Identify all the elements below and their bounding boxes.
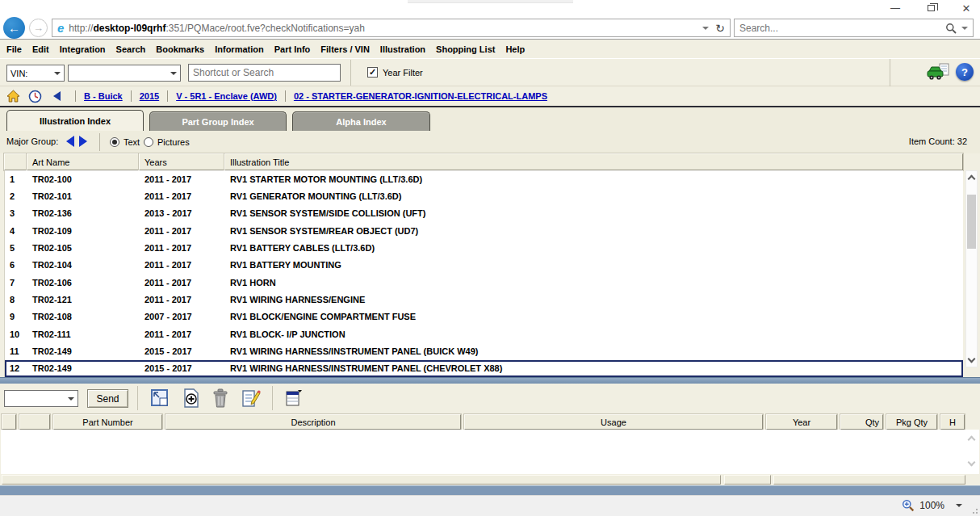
breadcrumb-link[interactable]: B - Buick xyxy=(84,91,123,101)
table-row[interactable]: 11 TR02-149 2015 - 2017 RV1 WIRING HARNE… xyxy=(5,342,963,359)
search-icon[interactable] xyxy=(945,23,957,34)
menu-item[interactable]: Filters / VIN xyxy=(320,44,370,54)
table-row[interactable]: 10 TR02-111 2011 - 2017 RV1 BLOCK- I/P J… xyxy=(5,325,963,342)
send-button[interactable]: Send xyxy=(87,389,128,408)
row-number: 9 xyxy=(5,312,27,321)
search-input[interactable] xyxy=(739,23,945,34)
major-group-previous-icon[interactable] xyxy=(66,136,74,147)
shortcut-search-input[interactable] xyxy=(188,64,341,82)
tab-illustration-index[interactable]: Illustration Index xyxy=(6,110,144,131)
history-clock-icon[interactable] xyxy=(28,90,42,103)
parts-column-header[interactable]: Pkg Qty xyxy=(886,414,937,430)
row-art-name: TR02-111 xyxy=(27,329,140,339)
autocomplete-dropdown-icon[interactable] xyxy=(702,27,709,30)
parts-column-header[interactable]: H xyxy=(940,414,965,430)
menu-item[interactable]: Help xyxy=(505,44,525,54)
index-tab-strip: Illustration Index Part Group Index Alph… xyxy=(0,107,980,131)
resize-grip[interactable] xyxy=(971,507,978,514)
help-icon[interactable]: ? xyxy=(956,63,974,81)
tab-alpha-index[interactable]: Alpha Index xyxy=(292,111,430,131)
panel-splitter[interactable] xyxy=(0,377,980,384)
scroll-down-icon[interactable] xyxy=(968,355,976,363)
parts-column-header[interactable]: Description xyxy=(165,414,461,430)
radio-text-label[interactable]: Text xyxy=(124,137,140,147)
zoom-control[interactable]: 100% xyxy=(902,499,962,512)
radio-text[interactable] xyxy=(110,137,119,147)
menu-item[interactable]: Shopping List xyxy=(436,44,495,54)
ie-logo-icon: e xyxy=(57,21,64,35)
forward-button[interactable]: → xyxy=(29,19,48,37)
row-title: RV1 SENSOR SYSTEM/SIDE COLLISION (UFT) xyxy=(225,208,963,218)
breadcrumb-link[interactable]: V - 5R1 - Enclave (AWD) xyxy=(176,91,277,101)
menu-item[interactable]: Edit xyxy=(32,44,49,54)
parts-column-header[interactable]: Qty xyxy=(840,414,883,430)
table-row[interactable]: 5 TR02-105 2011 - 2017 RV1 BATTERY CABLE… xyxy=(5,239,963,256)
breadcrumb-link[interactable]: 02 - STARTER-GENERATOR-IGNITION-ELECTRIC… xyxy=(294,91,547,101)
restore-button[interactable] xyxy=(923,2,938,14)
row-years: 2011 - 2017 xyxy=(140,226,225,236)
table-row[interactable]: 8 TR02-121 2011 - 2017 RV1 WIRING HARNES… xyxy=(5,291,963,308)
parts-column-header[interactable]: Part Number xyxy=(53,414,162,430)
column-header-illustration-title[interactable]: Illustration Title xyxy=(224,153,963,170)
table-row[interactable]: 3 TR02-136 2013 - 2017 RV1 SENSOR SYSTEM… xyxy=(5,205,963,222)
table-row[interactable]: 1 TR02-100 2011 - 2017 RV1 STARTER MOTOR… xyxy=(5,170,963,187)
search-provider-dropdown-icon[interactable] xyxy=(961,27,968,30)
row-years: 2011 - 2017 xyxy=(140,260,225,270)
column-header-art-name[interactable]: Art Name xyxy=(27,153,139,170)
tab-part-group-index[interactable]: Part Group Index xyxy=(149,111,287,131)
table-row[interactable]: 2 TR02-101 2011 - 2017 RV1 GENERATOR MOU… xyxy=(5,187,963,204)
pqmace-window: { "window": { "minimize_glyph": "—", "cl… xyxy=(0,0,980,516)
zoom-dropdown-icon[interactable] xyxy=(956,504,962,507)
table-row[interactable]: 4 TR02-109 2011 - 2017 RV1 SENSOR SYSTEM… xyxy=(5,222,963,239)
refresh-icon[interactable]: ↻ xyxy=(715,22,725,35)
vehicle-select[interactable] xyxy=(68,65,181,82)
parts-column-header[interactable] xyxy=(19,414,50,430)
send-target-select[interactable] xyxy=(4,390,78,407)
menu-item[interactable]: Bookmarks xyxy=(156,44,204,54)
close-button[interactable]: ✕ xyxy=(959,2,974,14)
menu-item[interactable]: File xyxy=(6,44,22,54)
parts-column-header[interactable]: Usage xyxy=(464,414,763,430)
toolbar-divider xyxy=(890,59,890,86)
table-row[interactable]: 7 TR02-106 2011 - 2017 RV1 HORN xyxy=(5,274,963,291)
table-row[interactable]: 9 TR02-108 2007 - 2017 RV1 BLOCK/ENGINE … xyxy=(5,308,963,325)
controls-divider xyxy=(99,133,100,151)
vehicle-report-icon[interactable] xyxy=(927,63,951,82)
browser-search-box[interactable] xyxy=(734,19,974,37)
breadcrumb-link[interactable]: 2015 xyxy=(140,91,159,101)
menu-item[interactable]: Illustration xyxy=(380,44,425,54)
scrollbar-thumb[interactable] xyxy=(967,195,976,249)
radio-pictures[interactable] xyxy=(144,137,153,147)
column-header-blank[interactable] xyxy=(4,153,27,170)
major-group-next-icon[interactable] xyxy=(79,136,87,147)
address-bar[interactable]: e http://desktop-l09qrhf:351/PQMace/root… xyxy=(52,19,731,37)
vertical-scrollbar[interactable] xyxy=(965,170,978,367)
edit-notes-icon[interactable] xyxy=(241,388,261,408)
menu-item[interactable]: Part Info xyxy=(274,44,311,54)
table-view-icon[interactable] xyxy=(284,388,304,408)
parts-column-header[interactable] xyxy=(2,414,16,430)
resize-view-icon[interactable] xyxy=(150,388,170,408)
row-number: 5 xyxy=(5,243,27,253)
row-title: RV1 GENERATOR MOUNTING (LLT/3.6D) xyxy=(225,191,963,201)
table-row[interactable]: 12 TR02-149 2015 - 2017 RV1 WIRING HARNE… xyxy=(5,360,963,377)
back-button[interactable]: ← xyxy=(3,17,25,39)
home-icon[interactable] xyxy=(6,90,20,103)
scroll-up-icon[interactable] xyxy=(968,175,976,183)
table-row[interactable]: 6 TR02-104 2011 - 2017 RV1 BATTERY MOUNT… xyxy=(5,257,963,274)
menu-item[interactable]: Information xyxy=(215,44,264,54)
year-filter-label: Year Filter xyxy=(383,68,423,78)
column-header-years[interactable]: Years xyxy=(139,153,224,170)
window-titlebar: — ✕ xyxy=(0,0,980,16)
navigate-back-icon[interactable] xyxy=(53,91,61,101)
minimize-button[interactable]: — xyxy=(888,2,903,14)
vin-select[interactable]: VIN: xyxy=(6,65,65,82)
parts-column-header[interactable]: Year xyxy=(766,414,837,430)
parts-table-header: Part NumberDescriptionUsageYearQtyPkg Qt… xyxy=(2,414,978,430)
delete-trash-icon[interactable] xyxy=(212,388,228,408)
menu-item[interactable]: Search xyxy=(116,44,146,54)
add-item-icon[interactable] xyxy=(182,388,200,408)
menu-item[interactable]: Integration xyxy=(60,44,106,54)
year-filter-checkbox[interactable]: ✓ xyxy=(367,67,378,78)
radio-pictures-label[interactable]: Pictures xyxy=(157,137,190,147)
